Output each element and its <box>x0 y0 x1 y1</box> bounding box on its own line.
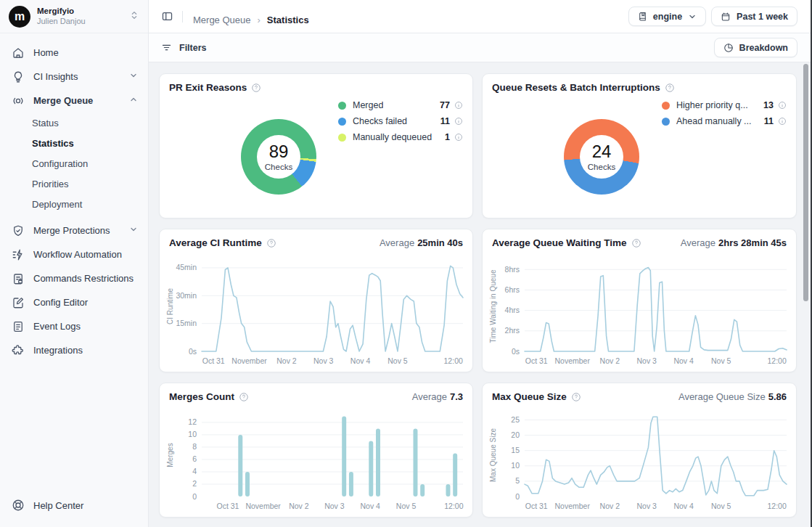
svg-text:Oct 31: Oct 31 <box>525 356 548 365</box>
sidebar-nav: Home CI Insights Merge Queue Status Stat… <box>0 33 148 362</box>
svg-text:0s: 0s <box>512 347 520 356</box>
help-question-icon[interactable] <box>665 83 675 93</box>
help-center-link[interactable]: Help Center <box>0 494 95 517</box>
help-question-icon[interactable] <box>266 238 276 248</box>
sidebar-item-commands-restrictions[interactable]: Commands Restrictions <box>0 266 148 290</box>
pie-chart-icon <box>723 43 734 53</box>
sidebar-item-merge-queue[interactable]: Merge Queue <box>0 89 148 113</box>
legend-item-ahead-manually: Ahead manually ... 11 <box>662 116 787 126</box>
svg-text:November: November <box>231 356 267 365</box>
svg-text:12:00: 12:00 <box>444 502 463 510</box>
svg-text:Nov 5: Nov 5 <box>711 356 731 365</box>
donut-total: 24 <box>592 143 612 160</box>
filters-button[interactable]: Filters <box>161 42 207 53</box>
svg-text:Oct 31: Oct 31 <box>202 356 225 365</box>
info-icon[interactable] <box>454 101 463 110</box>
legend-dot <box>338 118 346 126</box>
sidebar-item-integrations[interactable]: Integrations <box>0 338 148 362</box>
breadcrumb-separator: › <box>258 15 261 25</box>
info-icon[interactable] <box>778 101 787 110</box>
sidebar-subitem-deployment[interactable]: Deployment <box>0 194 148 214</box>
svg-text:45min: 45min <box>176 263 197 271</box>
svg-text:Nov 2: Nov 2 <box>600 356 620 365</box>
sidebar: m Mergifyio Julien Danjou Home CI Insigh… <box>0 0 149 527</box>
svg-text:Nov 3: Nov 3 <box>313 356 334 365</box>
workflow-bolt-icon <box>12 248 25 261</box>
sidebar-subitem-statistics[interactable]: Statistics <box>0 133 148 153</box>
repo-icon <box>638 12 647 21</box>
repository-selector[interactable]: engine <box>628 7 706 26</box>
svg-text:November: November <box>554 356 590 365</box>
sidebar-item-workflow-automation[interactable]: Workflow Automation <box>0 242 148 266</box>
svg-text:10: 10 <box>188 430 197 438</box>
event-log-icon <box>12 320 25 333</box>
svg-text:Nov 3: Nov 3 <box>637 502 657 510</box>
svg-text:Nov 3: Nov 3 <box>637 356 657 365</box>
breadcrumb: Merge Queue › Statistics <box>193 7 309 25</box>
card-ci-runtime: Average CI Runtime Average25min 40s 0s15… <box>159 229 473 372</box>
svg-text:Oct 31: Oct 31 <box>217 502 239 510</box>
sidebar-toggle-icon[interactable] <box>161 10 173 23</box>
legend-dot <box>662 118 670 126</box>
help-question-icon[interactable] <box>631 238 641 248</box>
svg-text:12:00: 12:00 <box>768 502 787 510</box>
svg-text:8hrs: 8hrs <box>505 265 520 274</box>
shield-check-icon <box>12 224 25 237</box>
breakdown-button[interactable]: Breakdown <box>714 38 797 57</box>
sidebar-item-home[interactable]: Home <box>0 41 148 65</box>
card-title: Queue Resets & Batch Interruptions <box>492 82 660 93</box>
org-name: Mergifyio <box>37 6 123 16</box>
legend-dot <box>338 134 346 142</box>
svg-text:6: 6 <box>192 454 197 463</box>
calendar-icon <box>721 12 731 22</box>
lifebuoy-icon <box>12 499 25 512</box>
help-question-icon[interactable] <box>571 392 581 402</box>
legend-dot <box>338 102 346 110</box>
pencil-square-icon <box>12 296 25 309</box>
donut-caption: Checks <box>265 163 292 171</box>
sidebar-item-config-editor[interactable]: Config Editor <box>0 290 148 314</box>
help-question-icon[interactable] <box>251 83 261 93</box>
svg-text:20: 20 <box>511 430 520 439</box>
average-stat: Average Queue Size5.86 <box>678 391 787 402</box>
svg-text:Nov 2: Nov 2 <box>276 356 297 365</box>
svg-text:Nov 4: Nov 4 <box>350 356 371 365</box>
sidebar-item-ci-insights[interactable]: CI Insights <box>0 65 148 89</box>
svg-text:15min: 15min <box>176 319 197 327</box>
sidebar-subitem-configuration[interactable]: Configuration <box>0 153 148 173</box>
info-icon[interactable] <box>454 117 463 126</box>
time-range-button[interactable]: Past 1 week <box>711 7 797 26</box>
home-icon <box>12 46 25 60</box>
sidebar-item-event-logs[interactable]: Event Logs <box>0 314 148 338</box>
svg-text:4hrs: 4hrs <box>505 306 520 314</box>
svg-text:4: 4 <box>192 467 197 475</box>
sidebar-subitem-status[interactable]: Status <box>0 113 148 133</box>
sidebar-item-merge-protections[interactable]: Merge Protections <box>0 218 148 242</box>
topbar: Merge Queue › Statistics engine Past 1 w… <box>149 0 812 33</box>
svg-text:Nov 4: Nov 4 <box>360 502 380 510</box>
donut-pr-exit: 89 Checks <box>241 119 316 195</box>
svg-text:8: 8 <box>192 442 197 451</box>
svg-text:5: 5 <box>515 476 520 485</box>
org-switcher[interactable]: m Mergifyio Julien Danjou <box>0 0 148 33</box>
svg-text:Nov 5: Nov 5 <box>387 356 408 365</box>
line-chart-ci-runtime: 0s15min30min45minOct 31NovemberNov 2Nov … <box>164 254 469 369</box>
bar-chart-merges-count: 024681012Oct 31NovemberNov 2Nov 3Nov 4No… <box>164 407 469 514</box>
chevron-up-icon <box>129 95 138 106</box>
help-question-icon[interactable] <box>239 392 249 402</box>
sidebar-subitem-priorities[interactable]: Priorities <box>0 173 148 194</box>
svg-text:November: November <box>554 502 590 510</box>
vertical-scrollbar-thumb[interactable] <box>803 64 808 301</box>
card-pr-exit-reasons: PR Exit Reasons 89 Checks Merged 77 Chec… <box>159 73 473 218</box>
card-max-queue-size: Max Queue Size Average Queue Size5.86 05… <box>482 383 797 518</box>
topbar-divider <box>182 11 183 23</box>
chevron-down-icon <box>129 71 138 82</box>
breadcrumb-statistics: Statistics <box>267 15 309 25</box>
info-icon[interactable] <box>778 117 787 126</box>
info-icon[interactable] <box>454 133 463 142</box>
svg-text:Nov 2: Nov 2 <box>289 502 309 510</box>
svg-text:12:00: 12:00 <box>768 356 787 365</box>
svg-text:CI Runtime: CI Runtime <box>166 288 174 324</box>
app-root: m Mergifyio Julien Danjou Home CI Insigh… <box>0 0 812 527</box>
breadcrumb-merge-queue[interactable]: Merge Queue <box>193 15 251 25</box>
